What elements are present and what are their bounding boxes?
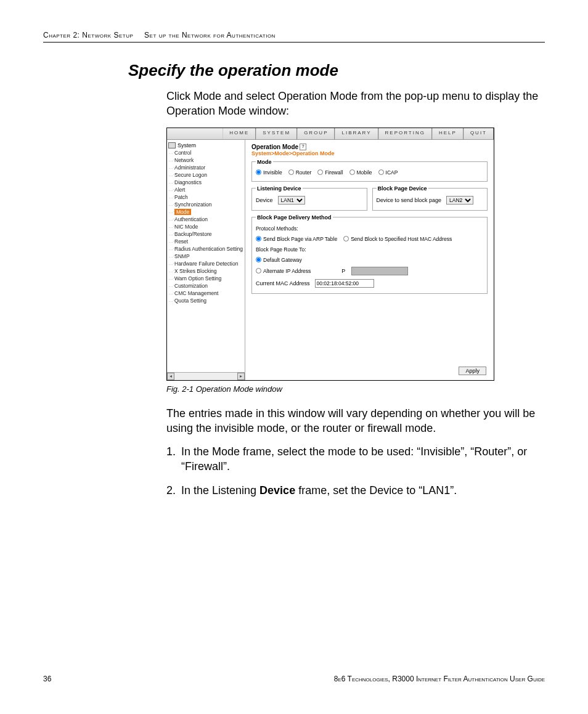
- menu-home[interactable]: HOME: [223, 128, 256, 139]
- nav-tree[interactable]: System ControlNetworkAdministratorSecure…: [167, 140, 245, 380]
- tree-item-administrator[interactable]: Administrator: [168, 164, 243, 172]
- protocol-option[interactable]: Send Block Page via ARP Table: [256, 236, 337, 242]
- menu-group[interactable]: GROUP: [297, 128, 335, 139]
- intro-paragraph: Click Mode and select Operation Mode fro…: [166, 89, 539, 119]
- tree-item-authentication[interactable]: Authentication: [168, 216, 243, 224]
- page-footer: 36 8e6 Technologies, R3000 Internet Filt…: [43, 675, 545, 683]
- paragraph-2: The entries made in this window will var…: [166, 406, 539, 436]
- mode-option-mobile[interactable]: Mobile: [349, 169, 372, 176]
- menu-quit[interactable]: QUIT: [463, 128, 494, 139]
- running-header: Chapter 2: Network Setup Set up the Netw…: [43, 31, 545, 43]
- steps-list: 1. In the Mode frame, select the mode to…: [166, 444, 545, 498]
- ip-label: P: [341, 268, 345, 274]
- tree-item-radius-authentication-setting[interactable]: Radius Authentication Setting: [168, 246, 243, 253]
- panel-title: Operation Mode?: [251, 144, 488, 150]
- tree-item-snmp[interactable]: SNMP: [168, 253, 243, 261]
- mac-address-input[interactable]: [315, 279, 374, 288]
- mode-options: InvisibleRouterFirewallMobileICAP: [256, 168, 483, 177]
- tree-item-warn-option-setting[interactable]: Warn Option Setting: [168, 275, 243, 283]
- tree-item-x-strikes-blocking[interactable]: X Strikes Blocking: [168, 268, 243, 275]
- listening-label: Device: [256, 197, 273, 203]
- route-default-gateway[interactable]: Default Gateway: [256, 257, 302, 263]
- tree-item-mode[interactable]: Mode: [168, 209, 243, 216]
- apply-button[interactable]: Apply: [459, 367, 486, 375]
- mode-option-firewall[interactable]: Firewall: [317, 169, 343, 176]
- listening-device-select[interactable]: LAN1: [278, 196, 305, 205]
- tree-item-hardware-failure-detection[interactable]: Hardware Failure Detection: [168, 261, 243, 268]
- tree-item-diagnostics[interactable]: Diagnostics: [168, 179, 243, 187]
- protocol-option[interactable]: Send Block to Specified Host MAC Address: [343, 236, 452, 242]
- header-chapter: Chapter 2: Network Setup: [43, 31, 133, 39]
- menubar: HOME SYSTEM GROUP LIBRARY REPORTING HELP…: [167, 128, 494, 140]
- page-number: 36: [43, 675, 51, 683]
- breadcrumb: System>Mode>Operation Mode: [251, 150, 488, 156]
- mode-legend: Mode: [256, 159, 273, 165]
- blockdev-label: Device to send block page: [377, 197, 442, 203]
- footer-title: 8e6 Technologies, R3000 Internet Filter …: [334, 675, 545, 683]
- protocol-methods-label: Protocol Methods:: [256, 225, 483, 232]
- tree-item-synchronization[interactable]: Synchronization: [168, 201, 243, 209]
- tree-item-quota-setting[interactable]: Quota Setting: [168, 298, 243, 305]
- step-1: 1. In the Mode frame, select the mode to…: [166, 444, 545, 474]
- menu-library[interactable]: LIBRARY: [335, 128, 378, 139]
- block-page-delivery-frame: Block Page Delivery Method Protocol Meth…: [251, 214, 488, 294]
- block-page-device-frame: Block Page Device Device to send block p…: [372, 185, 488, 211]
- tree-scrollbar[interactable]: ◂▸: [167, 372, 245, 380]
- mode-option-router[interactable]: Router: [288, 169, 312, 176]
- listening-device-frame: Listening Device Device LAN1: [251, 185, 367, 211]
- listening-legend: Listening Device: [256, 185, 303, 192]
- section-title: Specify the operation mode: [128, 61, 545, 80]
- menu-help[interactable]: HELP: [432, 128, 463, 139]
- tree-root[interactable]: System: [168, 142, 243, 148]
- tree-item-control[interactable]: Control: [168, 150, 243, 157]
- mode-option-invisible[interactable]: Invisible: [256, 169, 282, 176]
- tree-root-label: System: [178, 142, 196, 148]
- figure: HOME SYSTEM GROUP LIBRARY REPORTING HELP…: [166, 128, 545, 381]
- help-icon[interactable]: ?: [300, 144, 306, 150]
- header-section: Set up the Network for Authentication: [144, 31, 276, 39]
- route-to-label: Block Page Route To:: [256, 246, 483, 253]
- route-alternate-ip[interactable]: Alternate IP Address: [256, 268, 311, 274]
- mode-option-icap[interactable]: ICAP: [378, 169, 398, 176]
- tree-item-customization[interactable]: Customization: [168, 283, 243, 290]
- menu-system[interactable]: SYSTEM: [256, 128, 297, 139]
- block-page-device-select[interactable]: LAN2: [446, 196, 473, 205]
- tree-item-backup-restore[interactable]: Backup/Restore: [168, 231, 243, 238]
- tree-item-reset[interactable]: Reset: [168, 238, 243, 246]
- tree-item-secure-logon[interactable]: Secure Logon: [168, 172, 243, 179]
- mode-frame: Mode InvisibleRouterFirewallMobileICAP: [251, 159, 488, 182]
- tree-item-network[interactable]: Network: [168, 157, 243, 164]
- mac-label: Current MAC Address: [256, 280, 310, 286]
- step-2: 2. In the Listening Device frame, set th…: [166, 483, 545, 498]
- alternate-ip-input[interactable]: [351, 267, 408, 275]
- tree-item-cmc-management[interactable]: CMC Management: [168, 290, 243, 298]
- delivery-legend: Block Page Delivery Method: [256, 214, 333, 221]
- content-panel: Operation Mode? System>Mode>Operation Mo…: [245, 140, 494, 380]
- system-icon: [168, 142, 176, 148]
- tree-item-patch[interactable]: Patch: [168, 194, 243, 201]
- figure-caption: Fig. 2-1 Operation Mode window: [166, 384, 545, 394]
- tree-item-alert[interactable]: Alert: [168, 187, 243, 194]
- protocol-options: Send Block Page via ARP TableSend Block …: [256, 234, 483, 244]
- tree-item-nic-mode[interactable]: NIC Mode: [168, 224, 243, 231]
- app-window: HOME SYSTEM GROUP LIBRARY REPORTING HELP…: [166, 128, 494, 381]
- blockdev-legend: Block Page Device: [377, 185, 428, 192]
- menu-reporting[interactable]: REPORTING: [378, 128, 432, 139]
